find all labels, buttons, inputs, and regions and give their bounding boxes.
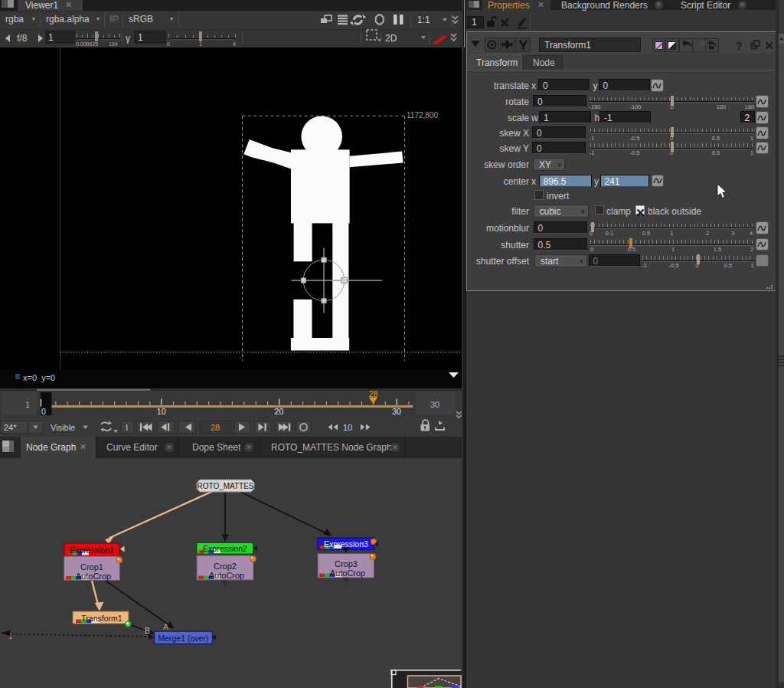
svg-text:1: 1: [25, 400, 30, 409]
svg-text:10: 10: [343, 423, 352, 432]
svg-text:2D: 2D: [385, 33, 397, 44]
svg-text:28: 28: [369, 389, 378, 398]
svg-text:30: 30: [392, 407, 401, 416]
svg-text:f/8: f/8: [17, 33, 28, 44]
svg-text:Crop1: Crop1: [80, 562, 103, 572]
svg-text:0: 0: [41, 407, 46, 416]
svg-text:1: 1: [48, 32, 54, 43]
svg-text:4: 4: [233, 41, 236, 47]
svg-text:28: 28: [211, 423, 220, 432]
svg-text:?: ?: [736, 40, 743, 52]
svg-text:Expression2: Expression2: [203, 544, 247, 553]
svg-text:B: B: [145, 626, 150, 635]
svg-text:0: 0: [167, 41, 170, 47]
svg-text:164: 164: [109, 41, 118, 47]
svg-text:Merge1 (over): Merge1 (over): [158, 634, 209, 643]
svg-text:AutoCrop: AutoCrop: [330, 568, 365, 578]
svg-text:30: 30: [430, 400, 439, 409]
svg-text:Transform1: Transform1: [81, 614, 122, 623]
svg-text:0.005625: 0.005625: [76, 41, 98, 47]
svg-text:AutoCrop: AutoCrop: [76, 572, 111, 581]
svg-text:10: 10: [157, 407, 166, 416]
svg-text:Crop3: Crop3: [335, 559, 358, 568]
svg-text:1: 1: [199, 41, 202, 47]
svg-text:γ: γ: [126, 33, 130, 44]
svg-text:ROTO_MATTES: ROTO_MATTES: [197, 482, 253, 490]
svg-text:AutoCrop: AutoCrop: [209, 571, 244, 580]
svg-text:1: 1: [138, 32, 143, 43]
svg-text:1:1: 1:1: [417, 15, 430, 25]
svg-text:Crop2: Crop2: [214, 562, 237, 571]
svg-text:A: A: [163, 622, 168, 631]
svg-text:Expression1: Expression1: [70, 545, 114, 555]
svg-text:24*: 24*: [4, 423, 17, 432]
svg-text:Visible: Visible: [51, 423, 75, 432]
svg-text:20: 20: [275, 407, 284, 416]
svg-text:I: I: [126, 423, 128, 432]
svg-text:1172,800: 1172,800: [407, 111, 438, 120]
